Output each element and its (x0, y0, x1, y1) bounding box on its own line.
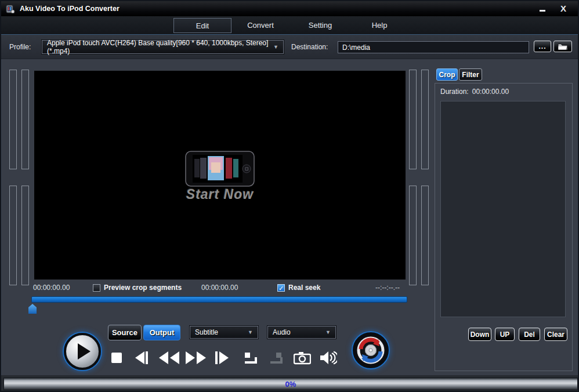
source-button[interactable]: Source (108, 325, 142, 340)
right-eq-decoration-bottom (409, 186, 429, 285)
minimize-icon (540, 10, 545, 12)
camera-icon (294, 351, 311, 365)
minimize-button[interactable] (535, 2, 550, 14)
destination-value: D:\media (342, 43, 370, 52)
subtitle-select[interactable]: Subtitle ▼ (190, 326, 258, 339)
right-eq-decoration-top (409, 70, 429, 169)
duration-value: 00:00:00.00 (472, 88, 509, 96)
ipod-touch-image (185, 151, 255, 187)
start-convert-button[interactable] (353, 332, 389, 368)
output-button[interactable]: Output (143, 325, 180, 340)
stop-icon (111, 351, 122, 365)
chevron-down-icon: ▼ (248, 329, 253, 335)
folder-icon (558, 43, 568, 50)
title-bar: Aku Video To iPod Converter X (1, 1, 578, 16)
remaining-time: --:--:--.-- (375, 284, 400, 292)
seek-handle[interactable] (28, 304, 37, 314)
preview-crop-checkbox[interactable]: ✓ (93, 284, 100, 292)
real-seek-label[interactable]: Real seek (288, 284, 320, 292)
snapshot-button[interactable] (294, 350, 311, 366)
rewind-button[interactable] (158, 350, 180, 366)
tab-crop[interactable]: Crop (436, 68, 458, 81)
status-strip: 0% (1, 375, 578, 392)
segment-delete-button[interactable]: Del (519, 328, 540, 341)
profile-select-value: Apple iPod touch AVC(H264) Base quality[… (47, 39, 273, 55)
profile-toolbar: Profile: Apple iPod touch AVC(H264) Base… (1, 35, 578, 59)
tab-help[interactable]: Help (350, 18, 408, 33)
segment-list[interactable] (440, 101, 566, 317)
app-window: Aku Video To iPod Converter X Edit Conve… (0, 0, 579, 392)
open-folder-button[interactable] (553, 41, 572, 52)
start-now-overlay: Start Now (186, 187, 254, 202)
play-icon (78, 343, 91, 360)
progress-percent: 0% (285, 380, 296, 389)
segment-up-button[interactable]: UP (495, 328, 515, 341)
previous-frame-button[interactable] (134, 350, 149, 366)
mark-segment-icon (243, 351, 258, 365)
tab-setting[interactable]: Setting (291, 18, 349, 33)
speaker-icon (320, 350, 337, 365)
segment-time: 00:00:00.00 (201, 284, 238, 292)
chevron-down-icon: ▼ (325, 329, 331, 335)
conversion-progress-bar: 0% (3, 378, 578, 390)
destination-label: Destination: (291, 43, 328, 51)
segment-down-button[interactable]: Down (468, 328, 491, 341)
step-forward-icon (215, 351, 230, 365)
duration-label: Duration: (440, 88, 469, 96)
profile-label: Profile: (9, 43, 31, 51)
segment-clear-button[interactable]: Clear (544, 328, 567, 341)
stop-button[interactable] (111, 350, 122, 366)
subtitle-select-value: Subtitle (195, 328, 218, 336)
play-button[interactable] (64, 333, 101, 370)
chevron-down-icon: ▼ (273, 44, 278, 50)
next-frame-button[interactable] (215, 350, 230, 366)
left-eq-decoration-bottom (9, 186, 29, 285)
check-icon: ✓ (278, 285, 284, 292)
browse-button[interactable]: ... (534, 41, 551, 52)
main-menu-bar: Edit Convert Setting Help (1, 16, 578, 35)
window-title: Aku Video To iPod Converter (20, 5, 120, 13)
video-preview[interactable]: Start Now (34, 71, 406, 280)
tab-edit[interactable]: Edit (173, 18, 231, 33)
fast-forward-button[interactable] (185, 350, 207, 366)
tab-filter[interactable]: Filter (459, 68, 482, 81)
step-back-icon (134, 351, 149, 365)
audio-select-value: Audio (273, 328, 291, 336)
real-seek-checkbox[interactable]: ✓ (277, 284, 285, 292)
fast-forward-icon (185, 351, 207, 365)
destination-input[interactable]: D:\media (338, 41, 529, 53)
duration-line: Duration:00:00:00.00 (440, 88, 509, 96)
set-segment-end-button-disabled (269, 350, 284, 366)
convert-icon (355, 335, 386, 366)
close-icon: X (560, 3, 566, 13)
app-icon (6, 4, 15, 13)
volume-button[interactable] (320, 350, 337, 366)
audio-select[interactable]: Audio ▼ (267, 326, 336, 339)
profile-select[interactable]: Apple iPod touch AVC(H264) Base quality[… (42, 40, 284, 54)
mark-segment-disabled-icon (269, 351, 284, 365)
set-segment-start-button[interactable] (243, 350, 258, 366)
preview-crop-label[interactable]: Preview crop segments (104, 284, 182, 292)
current-time: 00:00:00.00 (33, 284, 70, 292)
seek-bar[interactable] (31, 296, 407, 303)
close-button[interactable]: X (556, 2, 571, 14)
rewind-icon (158, 351, 180, 365)
left-eq-decoration-top (9, 70, 29, 169)
tab-convert[interactable]: Convert (231, 18, 290, 33)
